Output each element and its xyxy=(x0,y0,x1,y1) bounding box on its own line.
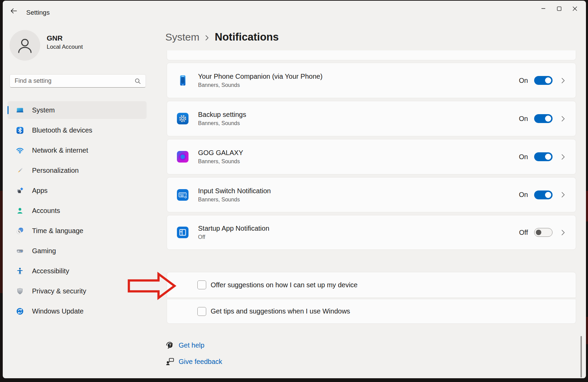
search-box[interactable] xyxy=(10,74,146,88)
link-label[interactable]: Give feedback xyxy=(179,358,222,366)
gog-galaxy-toggle[interactable] xyxy=(534,152,553,161)
help-bubble-icon: ? xyxy=(165,341,175,350)
user-name: GNR xyxy=(47,34,63,42)
sidebar-item-accounts[interactable]: Accounts xyxy=(7,202,147,219)
toggle-state-label: On xyxy=(519,77,528,85)
apps-icon xyxy=(16,186,24,195)
checkbox-label: Get tips and suggestions when I use Wind… xyxy=(211,307,350,315)
sidebar-item-bluetooth-devices[interactable]: Bluetooth & devices xyxy=(7,121,147,139)
sidebar-item-apps[interactable]: Apps xyxy=(7,182,147,199)
gamepad-icon xyxy=(16,247,24,255)
get-tips-row[interactable]: Get tips and suggestions when I use Wind… xyxy=(167,299,576,324)
clipped-previous-row[interactable] xyxy=(167,50,576,60)
sidebar-item-windows-update[interactable]: Windows Update xyxy=(7,302,147,320)
chevron-right-icon[interactable] xyxy=(561,230,565,235)
startup-panes-icon xyxy=(177,226,189,239)
sidebar-item-time-language[interactable]: Time & language xyxy=(7,222,147,240)
link-label[interactable]: Get help xyxy=(179,341,205,349)
sidebar-item-privacy-security[interactable]: Privacy & security xyxy=(7,282,147,300)
background-window-sliver xyxy=(586,317,588,344)
avatar[interactable] xyxy=(10,30,40,61)
search-input[interactable] xyxy=(10,77,134,85)
give-feedback-link[interactable]: Give feedback xyxy=(165,357,222,366)
accessibility-icon xyxy=(16,267,24,275)
caption-buttons xyxy=(536,3,583,14)
phone-icon xyxy=(177,74,189,87)
chevron-right-icon[interactable] xyxy=(561,116,565,122)
system-icon xyxy=(16,106,24,114)
sidebar-item-personalization[interactable]: Personalization xyxy=(7,162,147,179)
gog-galaxy-icon xyxy=(177,151,189,163)
svg-text:?: ? xyxy=(169,343,171,347)
breadcrumb-system[interactable]: System xyxy=(165,31,199,43)
maximize-icon xyxy=(557,6,561,11)
titlebar: Settings xyxy=(3,1,586,20)
page-title: Notifications xyxy=(215,31,279,43)
search-icon[interactable] xyxy=(134,78,141,85)
background-window-sliver xyxy=(0,191,3,293)
input-switch-toggle[interactable] xyxy=(534,190,553,199)
offer-suggestions-checkbox[interactable] xyxy=(197,280,206,289)
person-icon xyxy=(16,207,24,215)
back-button[interactable] xyxy=(7,5,20,16)
clock-globe-icon xyxy=(16,227,24,235)
sidebar-item-system[interactable]: System xyxy=(7,101,147,119)
background-window-sliver xyxy=(586,191,588,221)
shield-icon xyxy=(16,287,24,295)
sidebar-item-gaming[interactable]: Gaming xyxy=(7,242,147,260)
settings-window: Settings GNR Local Account xyxy=(3,1,586,378)
selected-accent-bar xyxy=(7,106,9,114)
chevron-right-icon xyxy=(205,35,209,41)
chevron-right-icon[interactable] xyxy=(561,192,565,198)
sidebar-item-accessibility[interactable]: Accessibility xyxy=(7,262,147,280)
notification-row-startup-app[interactable]: Startup App Notification Off Off xyxy=(167,215,576,250)
breadcrumb: System Notifications xyxy=(165,29,279,45)
your-phone-companion-toggle[interactable] xyxy=(534,76,553,85)
notification-row-input-switch[interactable]: Input Switch Notification Banners, Sound… xyxy=(167,177,576,212)
back-arrow-icon xyxy=(10,7,17,15)
checkbox-label: Offer suggestions on how I can set up my… xyxy=(211,281,358,289)
close-button[interactable] xyxy=(567,3,583,14)
gear-icon xyxy=(177,112,189,125)
update-icon xyxy=(16,307,24,315)
offer-suggestions-row[interactable]: Offer suggestions on how I can set up my… xyxy=(167,272,576,298)
sidebar-item-label: System xyxy=(32,106,55,114)
notification-row-gog-galaxy[interactable]: GOG GALAXY Banners, Sounds On xyxy=(167,139,576,174)
feedback-person-icon xyxy=(165,357,175,366)
maximize-button[interactable] xyxy=(551,3,567,14)
get-help-link[interactable]: ? Get help xyxy=(165,341,205,350)
row-subtitle: Banners, Sounds xyxy=(198,82,519,88)
person-outline-icon xyxy=(16,36,34,54)
app-title: Settings xyxy=(26,9,50,16)
minimize-icon xyxy=(541,6,545,11)
notification-row-your-phone-companion[interactable]: Your Phone Companion (via Your Phone) Ba… xyxy=(167,63,576,98)
notification-row-backup-settings[interactable]: Backup settings Banners, Sounds On xyxy=(167,101,576,136)
startup-app-toggle[interactable] xyxy=(534,228,553,237)
chevron-right-icon[interactable] xyxy=(561,154,565,160)
user-account-type: Local Account xyxy=(47,44,83,50)
get-tips-checkbox[interactable] xyxy=(197,307,206,316)
backup-settings-toggle[interactable] xyxy=(534,114,553,123)
sidebar-item-network-internet[interactable]: Network & internet xyxy=(7,141,147,159)
close-icon xyxy=(573,6,577,11)
sidebar-nav: System Bluetooth & devices xyxy=(7,101,147,322)
paintbrush-icon xyxy=(16,166,24,174)
wifi-icon xyxy=(16,146,24,154)
bluetooth-icon xyxy=(16,126,24,134)
scrollbar-thumb[interactable] xyxy=(581,336,582,378)
row-title: Your Phone Companion (via Your Phone) xyxy=(198,73,519,80)
minimize-button[interactable] xyxy=(536,3,551,14)
keyboard-icon xyxy=(177,189,189,201)
desktop-background: Settings GNR Local Account xyxy=(0,0,588,382)
chevron-right-icon[interactable] xyxy=(561,78,565,83)
